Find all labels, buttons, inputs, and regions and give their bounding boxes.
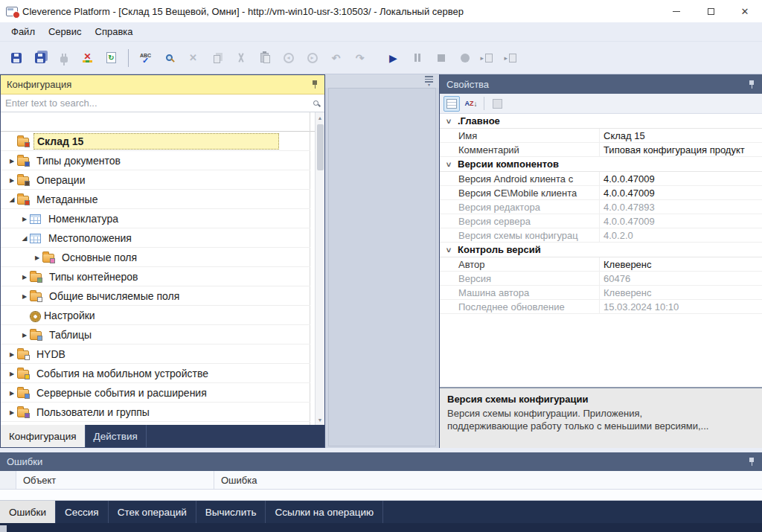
expander-icon[interactable]: [7, 371, 17, 377]
menu-help[interactable]: Справка: [89, 23, 140, 40]
property-value[interactable]: 4.0.0.47009: [600, 186, 762, 199]
tree-item-tables[interactable]: Таблицы: [1, 325, 315, 344]
tree-item-locations[interactable]: Местоположения: [1, 228, 315, 248]
column-error[interactable]: Ошибка: [214, 471, 762, 489]
search-input[interactable]: [5, 97, 313, 109]
property-description: Версия схемы конфигурации Версия схемы к…: [440, 387, 762, 448]
chevron-down-icon[interactable]: ˅: [440, 117, 458, 126]
maximize-button[interactable]: [694, 0, 728, 22]
tree-item-calc-fields[interactable]: Общие вычисляемые поля: [1, 286, 315, 306]
document-well: ▾: [325, 74, 439, 448]
property-value[interactable]: Клеверенс: [600, 257, 762, 271]
navigate-forward-icon: ▸: [307, 53, 318, 63]
expander-icon[interactable]: [19, 274, 30, 281]
table-icon: [30, 214, 41, 224]
undo-button: ↶: [326, 48, 346, 68]
property-value[interactable]: Типовая конфигурация продукт: [600, 143, 762, 156]
tree-item-server-events[interactable]: Серверные события и расширения: [1, 383, 315, 403]
tab-actions[interactable]: Действия: [86, 425, 147, 447]
tree-item-users-groups[interactable]: Пользователи и группы: [1, 403, 315, 422]
tab-errors[interactable]: Ошибки: [0, 501, 56, 523]
expander-icon[interactable]: [7, 351, 17, 358]
properties-panel-title: Свойства: [446, 79, 489, 90]
tree-item-nomenclature[interactable]: Номенклатура: [1, 209, 315, 228]
scroll-up-icon[interactable]: ▲: [316, 112, 324, 123]
redo-icon: ↷: [356, 52, 365, 64]
expander-icon[interactable]: [7, 196, 17, 203]
tab-configuration[interactable]: Конфигурация: [1, 425, 86, 447]
alphabetical-button[interactable]: AZ↓: [463, 96, 479, 112]
expander-icon[interactable]: [19, 293, 30, 300]
tree-item-sklad-15[interactable]: Склад 15: [1, 132, 315, 151]
menu-file[interactable]: Файл: [4, 23, 42, 40]
tree-item-hydb[interactable]: HYDB: [1, 344, 315, 364]
minimize-button[interactable]: [659, 0, 694, 22]
expander-icon[interactable]: [19, 332, 30, 339]
copy-icon: [214, 55, 220, 63]
tree-item-settings[interactable]: Настройки: [1, 306, 315, 325]
property-label: Версия редактора: [440, 200, 600, 214]
cut-icon: [237, 53, 246, 63]
chevron-down-icon[interactable]: ˅: [440, 246, 458, 254]
tree-scrollbar[interactable]: ▲ ▼: [315, 112, 324, 425]
navigate-back-icon: ◂: [284, 53, 294, 63]
expander-icon[interactable]: [7, 409, 17, 416]
save-button[interactable]: [6, 48, 26, 68]
status-strip: [0, 523, 762, 532]
close-icon: ✕: [741, 6, 749, 17]
plug-icon: [60, 57, 68, 63]
document-list-icon[interactable]: ▾: [425, 76, 433, 86]
pin-icon[interactable]: [749, 457, 755, 467]
search-button[interactable]: [159, 48, 179, 68]
tab-operation-links[interactable]: Ссылки на операцию: [266, 501, 383, 523]
disconnect-button[interactable]: ✕: [77, 48, 97, 68]
tab-session[interactable]: Сессия: [56, 501, 109, 523]
tree-item-metadata[interactable]: Метаданные: [1, 190, 315, 209]
expander-icon[interactable]: [7, 158, 17, 164]
close-button[interactable]: ✕: [728, 0, 762, 22]
property-value[interactable]: 4.0.0.47009: [600, 172, 762, 185]
chevron-down-icon[interactable]: ˅: [440, 160, 458, 169]
pause-icon: [414, 54, 420, 62]
scrollbar-thumb[interactable]: [317, 124, 324, 170]
property-row: Автор Клеверенс: [440, 257, 762, 272]
tree-item-container-types[interactable]: Типы контейнеров: [1, 267, 315, 286]
expander-icon[interactable]: [19, 216, 30, 222]
tab-evaluate[interactable]: Вычислить: [196, 501, 266, 523]
categorized-button[interactable]: [444, 96, 460, 112]
expander-icon[interactable]: [7, 177, 17, 184]
pin-icon[interactable]: [312, 80, 318, 89]
disconnect-icon: ✕: [83, 53, 92, 63]
tree-item-mobile-events[interactable]: События на мобильном устройстве: [1, 364, 315, 383]
toolbar-separator: [128, 49, 129, 67]
tree-item-main-fields[interactable]: Основные поля: [1, 248, 315, 267]
refresh-button[interactable]: ↻: [101, 48, 121, 68]
menu-service[interactable]: Сервис: [42, 23, 89, 40]
property-label: Версия: [440, 272, 600, 285]
resize-grip[interactable]: [0, 525, 7, 532]
pin-icon[interactable]: [749, 80, 755, 89]
property-pages-button: [489, 96, 505, 112]
expander-icon[interactable]: [7, 390, 17, 397]
stop-button: [431, 48, 451, 68]
database-folder-icon: [17, 350, 29, 359]
run-button[interactable]: ▶: [383, 48, 403, 68]
tab-operation-stack[interactable]: Стек операций: [109, 501, 196, 523]
expander-icon[interactable]: [19, 234, 30, 242]
expander-icon[interactable]: [32, 254, 42, 261]
tree-item-operations[interactable]: Операции: [1, 170, 315, 190]
tree-item-document-types[interactable]: Типы документов: [1, 151, 315, 170]
step-into-button: [478, 48, 499, 68]
property-label: Версия Android клиента с: [440, 172, 600, 185]
configuration-panel-header: Конфигурация: [1, 75, 324, 94]
scroll-down-icon[interactable]: ▼: [316, 414, 324, 425]
delete-button: ✕: [183, 48, 203, 68]
spellcheck-button[interactable]: ABC✓: [135, 48, 156, 68]
window-title: Cleverence Platform - [Склад 15 Вещевой,…: [22, 6, 659, 17]
operations-folder-icon: [17, 176, 29, 185]
config-folder-icon: [17, 138, 29, 147]
save-all-button[interactable]: [30, 48, 50, 68]
property-value[interactable]: Склад 15: [600, 129, 762, 142]
column-object[interactable]: Объект: [16, 471, 214, 489]
copy-button: [207, 48, 227, 68]
